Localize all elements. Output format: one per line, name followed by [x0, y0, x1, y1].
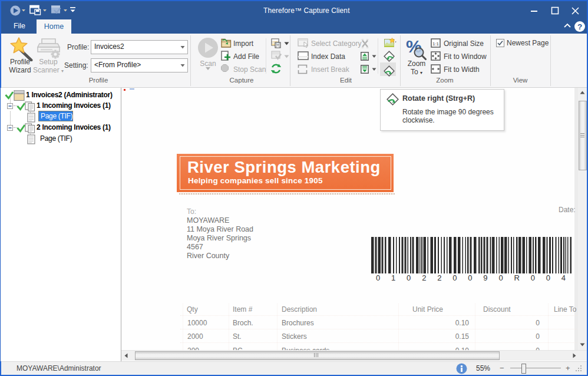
svg-text:1:1: 1:1	[432, 41, 440, 47]
svg-text:?: ?	[577, 22, 582, 31]
